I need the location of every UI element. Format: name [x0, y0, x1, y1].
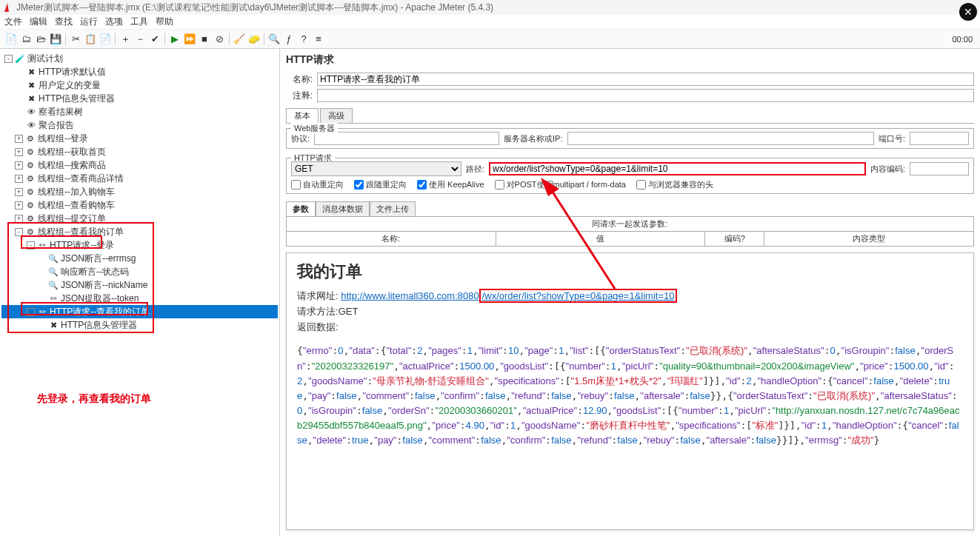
expand-icon[interactable]: ＋ [119, 33, 132, 46]
name-label: 名称: [286, 73, 313, 86]
name-input[interactable] [317, 73, 974, 86]
col-encode: 编码? [705, 232, 764, 246]
tree-item[interactable]: JSON提取器--token [61, 292, 139, 305]
tree-item[interactable]: 线程组--查看我的订单 [38, 226, 124, 238]
extractor-icon: ✏ [47, 292, 59, 304]
tree-item[interactable]: JSON断言--errmsg [61, 252, 136, 265]
new-icon[interactable]: 📄 [4, 33, 18, 46]
open-icon[interactable]: 🗁 [34, 33, 47, 46]
auto-redirect-chk[interactable] [291, 180, 301, 190]
follow-redirect-chk[interactable] [354, 180, 364, 190]
json-body: {"errno":0,"data":{"total":2,"pages":1,"… [297, 344, 963, 448]
tree-item[interactable]: JSON断言--nickName [61, 279, 147, 292]
toggle-icon[interactable]: - [15, 228, 23, 236]
tree-item[interactable]: HTTP请求默认值 [39, 66, 106, 78]
tree-item[interactable]: 响应断言--状态码 [61, 266, 129, 278]
tab-files[interactable]: 文件上传 [370, 201, 416, 216]
tree-item[interactable]: 聚合报告 [39, 119, 74, 132]
sampler-panel: HTTP请求 名称: 注释: 基本 高级 Web服务器 协议: 服务器名称或IP… [280, 49, 980, 536]
tab-params[interactable]: 参数 [286, 201, 316, 216]
help-icon[interactable]: ? [297, 33, 310, 46]
tree-item[interactable]: 线程组--搜索商品 [38, 159, 106, 172]
tree-item[interactable]: 察看结果树 [39, 106, 83, 118]
collapse-icon[interactable]: － [133, 33, 147, 46]
toggle-icon[interactable]: - [4, 55, 13, 63]
tree-item-selected[interactable]: HTTP请求--查看我的订单 [50, 306, 150, 318]
menu-tools[interactable]: 工具 [130, 16, 148, 28]
toggle-icon[interactable]: - [27, 308, 35, 316]
keepalive-chk[interactable] [417, 180, 427, 190]
tree-item[interactable]: 线程组--查看商品详情 [38, 172, 124, 185]
return-label: 返回数据: [297, 320, 963, 335]
tab-basic[interactable]: 基本 [286, 108, 319, 123]
annotation-note: 先登录，再查看我的订单 [37, 392, 151, 406]
doc-url[interactable]: http://www.litemall360.com:8080/wx/order… [341, 289, 677, 303]
toggle-icon[interactable]: - [27, 241, 35, 249]
encoding-input[interactable] [910, 162, 969, 175]
toggle-icon[interactable]: + [15, 161, 23, 170]
toggle-icon[interactable]: + [15, 201, 23, 210]
close-button[interactable]: ✕ [959, 3, 977, 21]
tree-item[interactable]: 用户定义的变量 [39, 79, 101, 92]
function-icon[interactable]: ƒ [282, 33, 296, 46]
toggle-icon[interactable]: + [15, 188, 23, 196]
copy-icon[interactable]: 📋 [84, 33, 97, 46]
list-icon[interactable]: ≡ [312, 33, 325, 46]
toggle-icon[interactable]: + [15, 148, 23, 156]
url-highlight: /wx/order/list?showType=0&page=1&limit=1… [479, 289, 678, 303]
cut-icon[interactable]: ✂ [69, 33, 82, 46]
documentation-panel: 我的订单 请求网址: http://www.litemall360.com:80… [286, 252, 974, 530]
paste-icon[interactable]: 📄 [99, 33, 112, 46]
clear-all-icon[interactable]: 🧽 [247, 33, 261, 46]
toggle-icon[interactable]: + [15, 135, 23, 143]
start-no-pause-icon[interactable]: ⏩ [183, 33, 196, 46]
tree-item[interactable]: HTTP请求--登录 [50, 239, 114, 252]
menu-help[interactable]: 帮助 [156, 16, 173, 28]
tree-item[interactable]: 线程组--获取首页 [38, 146, 106, 158]
tree-item[interactable]: 线程组--加入购物车 [38, 186, 115, 198]
doc-heading: 我的订单 [297, 261, 963, 283]
tree-item[interactable]: 线程组--登录 [38, 133, 88, 145]
toggle-icon[interactable]: + [15, 175, 23, 183]
assertion-icon: 🔍 [47, 252, 59, 264]
listener-icon: 👁 [25, 119, 37, 131]
toggle-icon[interactable]: + [15, 215, 23, 223]
menu-file[interactable]: 文件 [4, 16, 22, 28]
multipart-chk[interactable] [495, 180, 504, 190]
menu-options[interactable]: 选项 [105, 16, 123, 28]
test-plan-tree[interactable]: -🧪测试计划 ✖HTTP请求默认值 ✖用户定义的变量 ✖HTTP信息头管理器 👁… [0, 49, 280, 536]
method-select[interactable]: GET [291, 161, 461, 176]
host-input[interactable] [567, 132, 874, 145]
search-icon[interactable]: 🔍 [267, 33, 281, 46]
protocol-input[interactable] [314, 132, 499, 145]
menu-run[interactable]: 运行 [80, 16, 98, 28]
menu-search[interactable]: 查找 [55, 16, 73, 28]
shutdown-icon[interactable]: ⊘ [213, 33, 226, 46]
clear-icon[interactable]: 🧹 [233, 33, 246, 46]
tab-advanced[interactable]: 高级 [320, 108, 353, 123]
path-input[interactable] [489, 162, 866, 175]
tree-root[interactable]: 测试计划 [27, 53, 63, 65]
method-label: 请求方法: [297, 306, 339, 317]
template-icon[interactable]: 🗂 [19, 33, 33, 46]
comment-input[interactable] [317, 89, 974, 102]
port-input[interactable] [910, 132, 969, 145]
tree-item[interactable]: 线程组--提交订单 [38, 212, 106, 225]
menu-edit[interactable]: 编辑 [30, 16, 47, 28]
col-type: 内容类型 [764, 232, 973, 246]
browser-compat-chk[interactable] [636, 180, 646, 190]
tab-body[interactable]: 消息体数据 [316, 201, 370, 216]
params-title: 同请求一起发送参数: [287, 217, 973, 231]
toggle-icon[interactable]: ✔ [148, 33, 161, 46]
thread-icon: ⚙ [24, 172, 36, 184]
encoding-label: 内容编码: [870, 164, 905, 175]
tree-item[interactable]: 线程组--查看购物车 [38, 199, 115, 212]
save-icon[interactable]: 💾 [49, 33, 62, 46]
stop-icon[interactable]: ■ [198, 33, 211, 46]
tree-item[interactable]: HTTP信息头管理器 [39, 93, 115, 105]
tree-item[interactable]: HTTP信息头管理器 [61, 319, 137, 332]
col-name: 名称: [287, 232, 496, 246]
start-icon[interactable]: ▶ [168, 33, 181, 46]
path-label: 路径: [466, 164, 484, 175]
listener-icon: 👁 [25, 106, 37, 118]
